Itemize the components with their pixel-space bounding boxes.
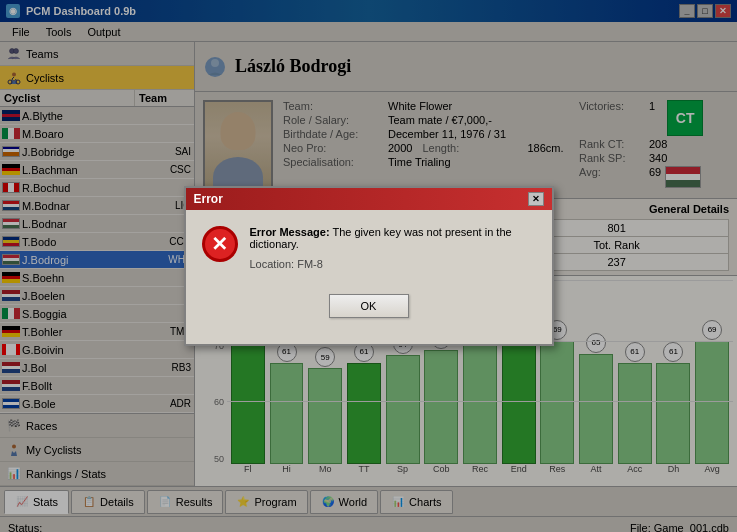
error-icon: ✕ xyxy=(202,226,238,262)
dialog-message: Error Message: The given key was not pre… xyxy=(250,226,536,270)
dialog-location: Location: FM-8 xyxy=(250,258,536,270)
ok-button[interactable]: OK xyxy=(329,294,409,318)
error-dialog: Error ✕ ✕ Error Message: The given key w… xyxy=(184,186,554,346)
dialog-title-bar: Error ✕ xyxy=(186,188,552,210)
dialog-footer: OK xyxy=(186,286,552,330)
dialog-content: ✕ Error Message: The given key was not p… xyxy=(186,210,552,286)
dialog-title-text: Error xyxy=(194,192,223,206)
message-prefix: Error Message: xyxy=(250,226,330,238)
location-prefix: Location: xyxy=(250,258,295,270)
dialog-overlay: Error ✕ ✕ Error Message: The given key w… xyxy=(0,0,737,532)
location-value: FM-8 xyxy=(297,258,323,270)
dialog-close-button[interactable]: ✕ xyxy=(528,192,544,206)
